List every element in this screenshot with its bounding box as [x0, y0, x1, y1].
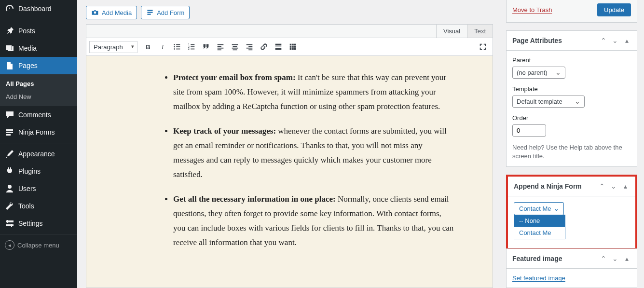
content-bullet-2: Keep track of your messages: whenever th…: [173, 124, 473, 181]
fullscreen-button[interactable]: [476, 40, 490, 54]
parent-select-value: (no parent): [517, 69, 548, 76]
plug-icon: [5, 166, 14, 176]
svg-rect-32: [294, 46, 296, 48]
move-down-icon[interactable]: ⌄: [611, 37, 619, 44]
svg-rect-26: [275, 48, 282, 50]
bullet-list-button[interactable]: [170, 40, 184, 54]
move-to-trash-link[interactable]: Move to Trash: [512, 6, 552, 14]
sidebar-label: Settings: [18, 219, 43, 227]
media-toolbar: Add Media Add Form: [86, 6, 493, 19]
parent-select[interactable]: (no parent): [512, 67, 565, 79]
set-featured-image-link[interactable]: Set featured image: [512, 274, 565, 282]
svg-rect-20: [247, 44, 253, 45]
template-select[interactable]: Default template: [512, 96, 585, 108]
sidebar-item-comments[interactable]: Comments: [0, 106, 77, 123]
sidebar-label: Ninja Forms: [18, 128, 55, 136]
pages-icon: [5, 61, 14, 70]
blockquote-button[interactable]: [199, 40, 213, 54]
ninja-form-dropdown: -- None Contact Me: [514, 215, 565, 239]
toggle-panel-icon[interactable]: ▴: [621, 182, 630, 190]
sidebar-item-ninja-forms[interactable]: Ninja Forms: [0, 123, 77, 141]
template-label: Template: [512, 85, 631, 93]
move-down-icon[interactable]: ⌄: [609, 182, 618, 190]
svg-rect-24: [275, 44, 282, 46]
link-button[interactable]: [257, 40, 271, 54]
svg-point-4: [174, 48, 175, 50]
camera-music-icon: [91, 9, 99, 16]
sidebar-sub-pages: All Pages Add New: [0, 74, 77, 106]
sidebar-item-media[interactable]: Media: [0, 40, 77, 57]
add-media-button[interactable]: Add Media: [86, 6, 137, 19]
template-select-value: Default template: [517, 98, 562, 105]
svg-rect-33: [290, 48, 292, 50]
svg-rect-25: [275, 46, 282, 47]
svg-rect-21: [248, 46, 252, 47]
bullet-2-bold: Keep track of your messages:: [173, 126, 276, 136]
sidebar-sub-all-pages[interactable]: All Pages: [0, 77, 77, 90]
editor-content-area[interactable]: Protect your email box from spam: It can…: [86, 56, 493, 288]
sidebar-item-settings[interactable]: Settings: [0, 215, 77, 232]
align-right-button[interactable]: [243, 40, 256, 54]
ninja-forms-icon: [5, 127, 14, 137]
align-center-button[interactable]: [228, 40, 242, 54]
svg-rect-3: [176, 46, 180, 47]
move-up-icon[interactable]: ⌃: [599, 37, 608, 44]
page-attributes-header[interactable]: Page Attributes ⌃ ⌄ ▴: [507, 31, 637, 51]
move-up-icon[interactable]: ⌃: [598, 182, 606, 190]
sidebar-label: Media: [18, 44, 37, 52]
svg-rect-1: [176, 44, 180, 45]
sidebar-item-tools[interactable]: Tools: [0, 197, 77, 215]
bullet-3-bold: Get all the necessary information in one…: [173, 194, 336, 204]
move-down-icon[interactable]: ⌄: [611, 255, 619, 262]
sidebar-label: Tools: [18, 202, 34, 210]
sidebar-item-dashboard[interactable]: Dashboard: [0, 0, 77, 17]
collapse-menu-button[interactable]: ◂ Collapse menu: [0, 236, 77, 254]
update-button[interactable]: Update: [597, 3, 631, 16]
format-select[interactable]: Paragraph: [89, 41, 137, 53]
sidebar-item-posts[interactable]: Posts: [0, 22, 77, 40]
media-icon: [5, 43, 14, 53]
sidebar-item-pages[interactable]: Pages: [0, 57, 77, 74]
svg-rect-15: [218, 49, 221, 50]
order-label: Order: [512, 114, 631, 122]
sidebar-label: Comments: [18, 111, 51, 119]
svg-rect-29: [294, 44, 296, 46]
order-input[interactable]: [512, 124, 546, 137]
tab-text[interactable]: Text: [467, 25, 493, 38]
featured-image-header[interactable]: Featured image ⌃ ⌄ ▴: [507, 249, 637, 269]
svg-rect-5: [176, 49, 180, 50]
svg-rect-31: [292, 46, 294, 48]
ninja-form-select[interactable]: Contact Me: [514, 202, 564, 215]
bold-button[interactable]: B: [141, 40, 155, 54]
format-select-value: Paragraph: [94, 43, 123, 51]
sidebar-sub-add-new[interactable]: Add New: [0, 90, 77, 103]
ninja-header[interactable]: Append a Ninja Form ⌃ ⌄ ▴: [508, 177, 635, 196]
italic-button[interactable]: I: [156, 40, 169, 54]
sidebar-item-users[interactable]: Users: [0, 180, 77, 197]
ninja-option-none[interactable]: -- None: [514, 215, 565, 227]
sidebar-item-plugins[interactable]: Plugins: [0, 163, 77, 180]
numbered-list-button[interactable]: 123: [185, 40, 198, 54]
dashboard-icon: [5, 4, 14, 14]
align-left-button[interactable]: [214, 40, 227, 54]
pin-icon: [5, 26, 14, 36]
ninja-option-contact-me[interactable]: Contact Me: [514, 227, 565, 239]
svg-rect-7: [191, 44, 194, 45]
page-attributes-box: Page Attributes ⌃ ⌄ ▴ Parent (no parent)…: [506, 30, 637, 167]
toggle-panel-icon[interactable]: ▴: [622, 37, 631, 44]
content-bullet-1: Protect your email box from spam: It can…: [173, 70, 473, 113]
read-more-button[interactable]: [272, 40, 285, 54]
sidebar-item-appearance[interactable]: Appearance: [0, 145, 77, 163]
svg-point-2: [174, 46, 175, 48]
ninja-select-value: Contact Me: [519, 205, 551, 212]
toolbar-toggle-button[interactable]: [286, 40, 300, 54]
move-up-icon[interactable]: ⌃: [599, 255, 608, 262]
wrench-icon: [5, 201, 14, 211]
svg-rect-12: [218, 44, 224, 45]
content-bullet-3: Get all the necessary information in one…: [173, 192, 473, 249]
add-form-button[interactable]: Add Form: [141, 6, 190, 19]
tab-visual[interactable]: Visual: [436, 25, 467, 38]
toggle-panel-icon[interactable]: ▴: [622, 255, 631, 262]
sidebar-label: Users: [18, 185, 36, 192]
svg-rect-11: [191, 49, 194, 50]
